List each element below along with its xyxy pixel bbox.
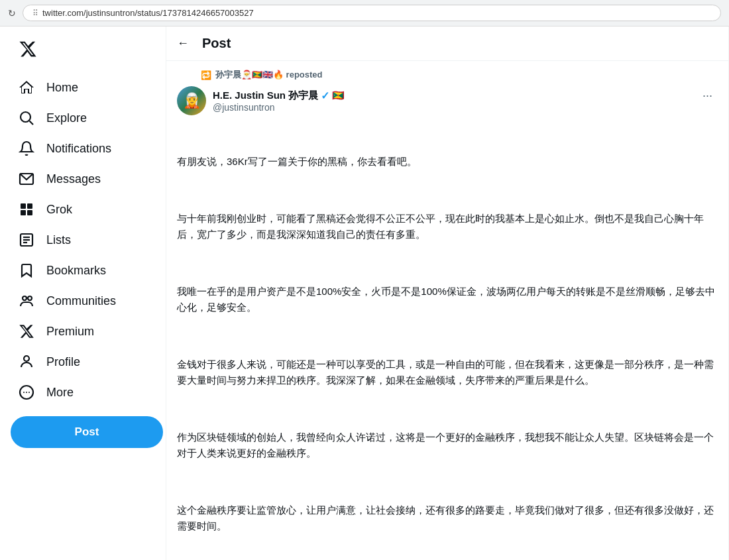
sidebar-item-lists[interactable]: Lists (11, 225, 155, 254)
svg-rect-4 (27, 203, 32, 209)
search-icon (19, 110, 34, 126)
svg-point-15 (23, 392, 25, 393)
tweet-paragraph-5: 作为区块链领域的创始人，我曾经向众人许诺过，这将是一个更好的金融秩序，我想我不能… (177, 429, 718, 461)
author-name-row: H.E. Justin Sun 孙宇晨 ✓ 🇬🇩 (213, 89, 345, 102)
grok-icon (19, 201, 34, 217)
url-bar[interactable]: ⠿ twitter.com/justinsuntron/status/17378… (23, 5, 721, 21)
sidebar-item-explore[interactable]: Explore (11, 103, 155, 133)
more-options-button[interactable]: ··· (697, 86, 718, 105)
sidebar-item-profile-label: Profile (46, 355, 80, 369)
sidebar: Home Explore Notifications (0, 27, 166, 560)
x-logo[interactable] (11, 33, 155, 68)
sidebar-item-lists-label: Lists (46, 233, 71, 247)
svg-rect-6 (27, 210, 32, 215)
sidebar-item-more[interactable]: More (11, 378, 155, 407)
sidebar-item-home-label: Home (46, 81, 78, 95)
tweet-paragraph-2: 与十年前我刚创业时，可能看了黑稿还会觉得不公正不公平，现在此时的我基本上是心如止… (177, 211, 718, 243)
verified-badge: ✓ (321, 89, 329, 102)
svg-line-1 (30, 121, 34, 125)
svg-rect-5 (21, 210, 26, 215)
sidebar-item-grok-label: Grok (46, 203, 72, 217)
more-circle-icon (19, 384, 34, 400)
tweet-paragraph-4: 金钱对于很多人来说，可能还是一种可以享受的工具，或是一种自由的可能，但在我看来，… (177, 357, 718, 388)
svg-point-17 (28, 392, 30, 393)
reload-button[interactable]: ↻ (8, 8, 16, 19)
home-icon (19, 80, 34, 95)
sidebar-item-communities[interactable]: Communities (11, 286, 155, 315)
author-flag: 🇬🇩 (332, 89, 345, 101)
tweet-paragraph-3: 我唯一在乎的是用户资产是不是100%安全，火币是不是100%保证金，波场两亿用户… (177, 284, 718, 315)
main-content: ← Post 🔁 孙宇晨🎅🇬🇩🇬🇧🔥 reposted 🧝 H.E. Justi… (166, 27, 729, 560)
sidebar-item-more-label: More (46, 386, 74, 400)
sidebar-item-profile[interactable]: Profile (11, 347, 155, 376)
tweet-text: 有朋友说，36Kr写了一篇关于你的黑稿，你去看看吧。 与十年前我刚创业时，可能看… (177, 122, 718, 560)
sidebar-item-premium-label: Premium (46, 325, 94, 339)
communities-icon (19, 293, 34, 309)
post-button[interactable]: Post (11, 416, 163, 448)
tweet-author-left: 🧝 H.E. Justin Sun 孙宇晨 ✓ 🇬🇩 @justinsuntro… (177, 86, 345, 115)
sidebar-item-explore-label: Explore (46, 111, 87, 125)
tweet-author-row: 🧝 H.E. Justin Sun 孙宇晨 ✓ 🇬🇩 @justinsuntro… (177, 86, 718, 115)
sidebar-item-home[interactable]: Home (11, 73, 155, 102)
repost-text: 孙宇晨🎅🇬🇩🇬🇧🔥 reposted (215, 69, 323, 81)
svg-point-0 (21, 112, 30, 122)
svg-rect-3 (21, 203, 26, 209)
sidebar-item-messages-label: Messages (46, 172, 101, 186)
sidebar-item-notifications[interactable]: Notifications (11, 134, 155, 163)
bell-icon (19, 140, 34, 156)
tweet-paragraph-6: 这个金融秩序要让监管放心，让用户满意，让社会接纳，还有很多的路要走，毕竟我们做对… (177, 502, 718, 534)
sidebar-item-bookmarks[interactable]: Bookmarks (11, 256, 155, 285)
author-info: H.E. Justin Sun 孙宇晨 ✓ 🇬🇩 @justinsuntron (213, 89, 345, 113)
svg-point-12 (28, 296, 32, 300)
bookmark-icon (19, 262, 34, 278)
author-handle[interactable]: @justinsuntron (213, 102, 345, 113)
author-name[interactable]: H.E. Justin Sun 孙宇晨 (213, 89, 318, 102)
tweet-paragraph-1: 有朋友说，36Kr写了一篇关于你的黑稿，你去看看吧。 (177, 154, 718, 170)
svg-point-16 (26, 392, 27, 393)
sidebar-item-premium[interactable]: Premium (11, 317, 155, 346)
person-icon (19, 354, 34, 370)
svg-point-13 (24, 356, 29, 361)
sidebar-item-messages[interactable]: Messages (11, 164, 155, 194)
browser-bar: ↻ ⠿ twitter.com/justinsuntron/status/173… (0, 0, 729, 27)
sidebar-item-grok[interactable]: Grok (11, 195, 155, 224)
avatar[interactable]: 🧝 (177, 86, 206, 115)
sidebar-item-communities-label: Communities (46, 294, 116, 308)
tweet-container: 🔁 孙宇晨🎅🇬🇩🇬🇧🔥 reposted 🧝 H.E. Justin Sun 孙… (166, 61, 728, 560)
app-container: Home Explore Notifications (0, 27, 729, 560)
url-text: twitter.com/justinsuntron/status/1737814… (42, 8, 254, 18)
x-premium-icon (19, 323, 34, 339)
repost-indicator: 🔁 孙宇晨🎅🇬🇩🇬🇧🔥 reposted (177, 69, 718, 81)
back-button[interactable]: ← (177, 36, 189, 50)
sidebar-item-bookmarks-label: Bookmarks (46, 264, 106, 278)
security-icon: ⠿ (32, 9, 38, 18)
repost-icon: 🔁 (201, 70, 211, 80)
sidebar-item-notifications-label: Notifications (46, 142, 111, 156)
lists-icon (19, 232, 34, 248)
post-page-header: ← Post (166, 27, 728, 61)
svg-point-11 (23, 296, 27, 300)
page-title: Post (202, 36, 231, 51)
envelope-icon (19, 171, 34, 187)
